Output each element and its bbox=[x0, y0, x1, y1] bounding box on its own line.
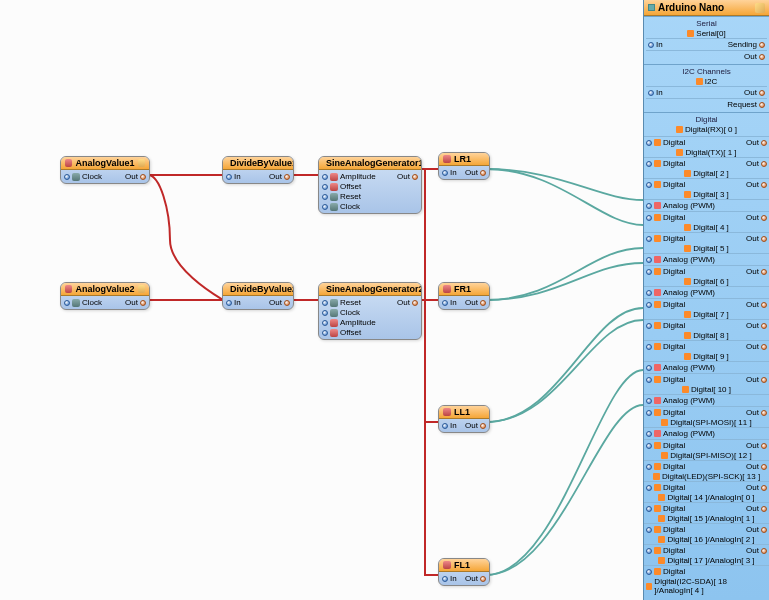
pin-out[interactable] bbox=[761, 161, 767, 167]
pin-out[interactable] bbox=[759, 102, 765, 108]
pin-in[interactable] bbox=[646, 203, 652, 209]
pin-out[interactable] bbox=[761, 182, 767, 188]
pin-in[interactable] bbox=[646, 569, 652, 575]
pin-in[interactable] bbox=[646, 506, 652, 512]
arduino-digital-row[interactable]: DigitalOut bbox=[644, 319, 769, 331]
pin-in[interactable] bbox=[322, 330, 328, 336]
pin-in[interactable] bbox=[646, 431, 652, 437]
arduino-digital-row[interactable]: DigitalOut bbox=[644, 136, 769, 148]
node-header[interactable]: DivideByValue1 bbox=[223, 157, 293, 170]
node-header[interactable]: AnalogValue2 bbox=[61, 283, 149, 296]
wand-icon[interactable] bbox=[755, 3, 765, 13]
pin-in[interactable] bbox=[322, 174, 328, 180]
arduino-digital-row[interactable]: DigitalOut bbox=[644, 406, 769, 418]
arduino-digital-row[interactable]: DigitalOut bbox=[644, 373, 769, 385]
pin-out[interactable] bbox=[480, 423, 486, 429]
pin-in[interactable] bbox=[442, 300, 448, 306]
node-analogvalue2[interactable]: AnalogValue2 Clock Out bbox=[60, 282, 150, 310]
arduino-digital-row[interactable]: DigitalOut bbox=[644, 265, 769, 277]
pin-in[interactable] bbox=[646, 365, 652, 371]
pin-out[interactable] bbox=[759, 42, 765, 48]
pin-out[interactable] bbox=[761, 410, 767, 416]
pin-out[interactable] bbox=[140, 300, 146, 306]
arduino-digital-row[interactable]: DigitalOut bbox=[644, 460, 769, 472]
pin-in[interactable] bbox=[646, 290, 652, 296]
pin-out[interactable] bbox=[480, 300, 486, 306]
pin-in[interactable] bbox=[646, 548, 652, 554]
pin-in[interactable] bbox=[648, 90, 654, 96]
pin-out[interactable] bbox=[284, 174, 290, 180]
pin-out[interactable] bbox=[761, 323, 767, 329]
pin-in[interactable] bbox=[646, 269, 652, 275]
pin-in[interactable] bbox=[646, 398, 652, 404]
node-analogvalue1[interactable]: AnalogValue1 Clock Out bbox=[60, 156, 150, 184]
node-header[interactable]: SineAnalogGenerator2 bbox=[319, 283, 421, 296]
pin-in[interactable] bbox=[646, 377, 652, 383]
pin-in[interactable] bbox=[226, 300, 232, 306]
pin-out[interactable] bbox=[761, 215, 767, 221]
pin-out[interactable] bbox=[759, 54, 765, 60]
pin-in[interactable] bbox=[646, 257, 652, 263]
node-sineanaloggenerator2[interactable]: SineAnalogGenerator2 ResetOut Clock Ampl… bbox=[318, 282, 422, 340]
pin-in[interactable] bbox=[646, 182, 652, 188]
pin-in[interactable] bbox=[442, 576, 448, 582]
node-header[interactable]: LL1 bbox=[439, 406, 489, 419]
pin-in[interactable] bbox=[322, 204, 328, 210]
arduino-digital-row[interactable]: DigitalOut bbox=[644, 502, 769, 514]
pin-in[interactable] bbox=[646, 140, 652, 146]
pin-out[interactable] bbox=[761, 443, 767, 449]
node-dividebyvalue2[interactable]: DivideByValue2 In Out bbox=[222, 282, 294, 310]
node-header[interactable]: DivideByValue2 bbox=[223, 283, 293, 296]
node-header[interactable]: LR1 bbox=[439, 153, 489, 166]
pin-out[interactable] bbox=[284, 300, 290, 306]
pin-in[interactable] bbox=[442, 170, 448, 176]
arduino-analog-row[interactable]: Analog (PWM) bbox=[644, 394, 769, 406]
pin-out[interactable] bbox=[761, 140, 767, 146]
pin-in[interactable] bbox=[646, 410, 652, 416]
arduino-analog-row[interactable]: Analog (PWM) bbox=[644, 253, 769, 265]
pin-in[interactable] bbox=[646, 161, 652, 167]
pin-in[interactable] bbox=[646, 323, 652, 329]
arduino-title-bar[interactable]: Arduino Nano bbox=[644, 0, 769, 16]
pin-in[interactable] bbox=[322, 310, 328, 316]
pin-in[interactable] bbox=[646, 527, 652, 533]
pin-out[interactable] bbox=[761, 548, 767, 554]
node-header[interactable]: FR1 bbox=[439, 283, 489, 296]
pin-out[interactable] bbox=[759, 90, 765, 96]
pin-in[interactable] bbox=[646, 236, 652, 242]
pin-out[interactable] bbox=[761, 377, 767, 383]
node-dividebyvalue1[interactable]: DivideByValue1 In Out bbox=[222, 156, 294, 184]
pin-out[interactable] bbox=[480, 170, 486, 176]
pin-out[interactable] bbox=[761, 269, 767, 275]
arduino-digital-row[interactable]: DigitalOut bbox=[644, 481, 769, 493]
node-fr1[interactable]: FR1 InOut bbox=[438, 282, 490, 310]
pin-in[interactable] bbox=[646, 485, 652, 491]
pin-in[interactable] bbox=[646, 464, 652, 470]
arduino-digital-row[interactable]: Digital bbox=[644, 565, 769, 577]
pin-out[interactable] bbox=[761, 236, 767, 242]
node-header[interactable]: SineAnalogGenerator1 bbox=[319, 157, 421, 170]
pin-in[interactable] bbox=[442, 423, 448, 429]
node-fl1[interactable]: FL1 InOut bbox=[438, 558, 490, 586]
arduino-digital-row[interactable]: DigitalOut bbox=[644, 523, 769, 535]
arduino-analog-row[interactable]: Analog (PWM) bbox=[644, 427, 769, 439]
arduino-digital-row[interactable]: DigitalOut bbox=[644, 211, 769, 223]
pin-in[interactable] bbox=[322, 184, 328, 190]
pin-out[interactable] bbox=[761, 485, 767, 491]
pin-out[interactable] bbox=[761, 302, 767, 308]
pin-out[interactable] bbox=[761, 464, 767, 470]
pin-in[interactable] bbox=[322, 194, 328, 200]
node-ll1[interactable]: LL1 InOut bbox=[438, 405, 490, 433]
pin-in[interactable] bbox=[646, 215, 652, 221]
pin-in[interactable] bbox=[646, 302, 652, 308]
arduino-digital-row[interactable]: DigitalOut bbox=[644, 178, 769, 190]
pin-out[interactable] bbox=[761, 527, 767, 533]
arduino-analog-row[interactable]: Analog (PWM) bbox=[644, 286, 769, 298]
arduino-digital-row[interactable]: DigitalOut bbox=[644, 544, 769, 556]
arduino-analog-row[interactable]: Analog (PWM) bbox=[644, 199, 769, 211]
node-header[interactable]: FL1 bbox=[439, 559, 489, 572]
pin-out[interactable] bbox=[412, 300, 418, 306]
arduino-analog-row[interactable]: Analog (PWM) bbox=[644, 361, 769, 373]
arduino-digital-row[interactable]: DigitalOut bbox=[644, 157, 769, 169]
pin-in[interactable] bbox=[64, 300, 70, 306]
